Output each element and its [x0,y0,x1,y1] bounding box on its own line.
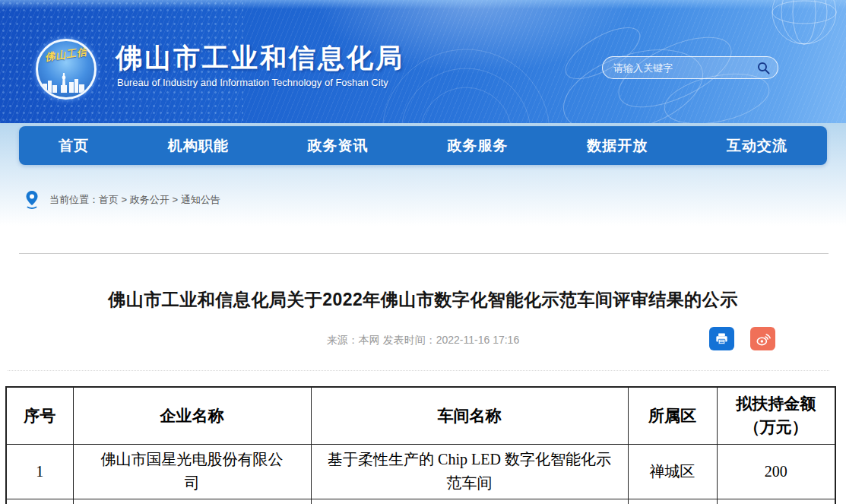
site-subtitle: Bureau of Industry and Information Techn… [117,77,388,88]
location-pin-icon [25,190,39,210]
site-title: 佛山市工业和信息化局 [116,40,404,76]
page: 佛山工信 佛山市工业和信息化局 Bureau of Industry and I… [0,0,846,504]
dotted-divider [8,370,829,371]
col-header-amount-line2: （万元） [718,416,835,439]
nav-item-news[interactable]: 政务资讯 [308,136,369,156]
results-table: 序号 企业名称 车间名称 所属区 拟扶持金额 （万元） 1 佛山市国星光电股份有… [5,386,836,504]
cell-workshop: 基于柔性生产的 Chip LED 数字化智能化示范车间 [311,444,628,499]
print-button[interactable] [709,327,734,350]
article-meta-row: 来源：本网 发表时间：2022-11-16 17:16 [0,327,846,353]
breadcrumb-text: 当前位置：首页 > 政务公开 > 通知公告 [49,193,220,207]
search-input[interactable] [603,62,754,74]
section-divider [19,253,829,254]
main-nav: 首页 机构职能 政务资讯 政务服务 数据开放 互动交流 [19,126,827,165]
nav-item-home[interactable]: 首页 [59,136,89,156]
col-header-amount: 拟扶持金额 （万元） [717,387,835,444]
breadcrumb: 当前位置：首页 > 政务公开 > 通知公告 [25,190,220,210]
printer-icon [715,331,729,346]
nav-item-interaction[interactable]: 互动交流 [727,136,787,156]
nav-item-functions[interactable]: 机构职能 [168,136,229,156]
weibo-icon [756,331,771,347]
weibo-share-button[interactable] [750,327,775,350]
cell-amount: 200 [717,444,835,499]
logo-skyline-icon [38,73,90,93]
search-icon [757,62,770,74]
col-header-company: 企业名称 [73,387,311,444]
cell-company: 佛山市国星光电股份有限公司 [73,444,311,499]
cell-workshop-text: 基于柔性生产的 Chip LED 数字化智能化示范车间 [322,448,617,495]
table-row-partial [6,499,835,504]
site-header: 佛山工信 佛山市工业和信息化局 Bureau of Industry and I… [0,0,846,123]
cell-seq: 1 [6,444,73,499]
col-header-amount-line1: 拟扶持金额 [718,392,835,415]
table-header-row: 序号 企业名称 车间名称 所属区 拟扶持金额 （万元） [6,387,835,444]
search-box[interactable] [602,56,778,79]
col-header-seq: 序号 [6,387,73,444]
nav-item-open-data[interactable]: 数据开放 [587,136,648,156]
cell-company-text: 佛山市国星光电股份有限公司 [97,448,287,495]
col-header-workshop: 车间名称 [311,387,628,444]
cell-district: 禅城区 [628,444,717,499]
col-header-district: 所属区 [628,387,717,444]
nav-item-services[interactable]: 政务服务 [447,136,508,156]
search-button[interactable] [754,62,778,74]
logo-calligraphy-text: 佛山工信 [37,44,95,65]
table-row: 1 佛山市国星光电股份有限公司 基于柔性生产的 Chip LED 数字化智能化示… [6,444,835,499]
site-logo: 佛山工信 [36,39,97,100]
article-title: 佛山市工业和信息化局关于2022年佛山市数字化智能化示范车间评审结果的公示 [0,288,846,312]
